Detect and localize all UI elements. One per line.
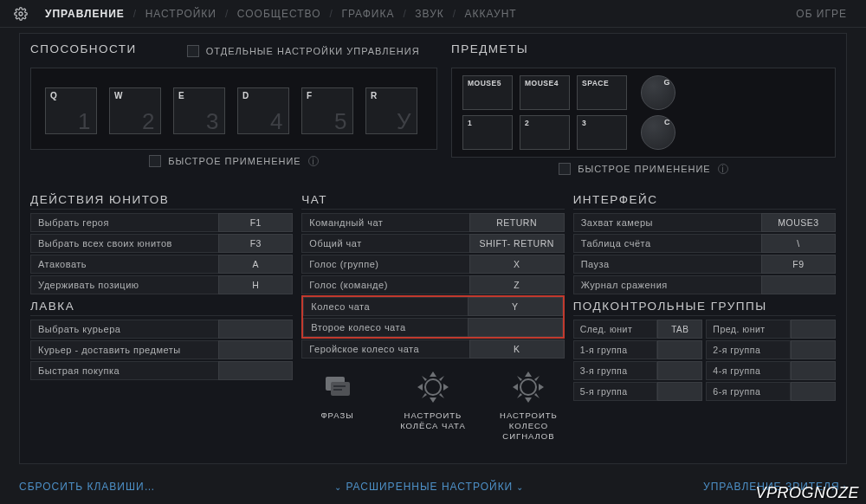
tp-scroll-slot[interactable]: G: [641, 75, 675, 110]
svg-rect-3: [333, 385, 346, 387]
neutral-item-slot[interactable]: C: [641, 115, 675, 150]
bind-hero-chat-wheel[interactable]: Геройское колесо чата: [301, 339, 469, 359]
separate-controls-checkbox[interactable]: [187, 45, 199, 57]
item-slot-3[interactable]: SPACE: [577, 75, 627, 110]
bind-select-hero[interactable]: Выбрать героя: [30, 213, 218, 232]
key-group-2[interactable]: [791, 340, 836, 359]
bind-all-chat[interactable]: Общий чат: [301, 234, 469, 253]
bottom-bar: СБРОСИТЬ КЛАВИШИ… ⌄ РАСШИРЕННЫЕ НАСТРОЙК…: [0, 469, 866, 504]
shop-title: ЛАВКА: [30, 300, 293, 313]
chat-title: ЧАТ: [301, 193, 564, 206]
key-group-4[interactable]: [791, 361, 836, 380]
separate-controls-label: ОТДЕЛЬНЫЕ НАСТРОЙКИ УПРАВЛЕНИЯ: [206, 46, 420, 56]
col-interface: ИНТЕРФЕЙС Захват камерыMOUSE3 Таблица сч…: [573, 193, 836, 442]
ability-slot-2[interactable]: W2: [109, 87, 161, 134]
tab-account[interactable]: АККАУНТ: [460, 8, 522, 20]
key-camera-grip[interactable]: MOUSE3: [761, 213, 836, 232]
item-slot-6[interactable]: 3: [577, 115, 627, 150]
bind-voice-party[interactable]: Голос (группе): [301, 255, 469, 274]
bind-chat-wheel[interactable]: Колесо чата: [303, 297, 467, 316]
bind-group-2[interactable]: 2-я группа: [706, 340, 791, 359]
bind-select-courier[interactable]: Выбрать курьера: [30, 320, 218, 339]
phrases-button[interactable]: ФРАЗЫ: [301, 367, 372, 442]
ability-slot-4[interactable]: D4: [237, 87, 289, 134]
key-hero-chat-wheel[interactable]: K: [469, 339, 565, 359]
bind-next-unit[interactable]: След. юнит: [573, 320, 658, 339]
ability-slot-5[interactable]: F5: [301, 87, 353, 134]
key-attack[interactable]: A: [218, 255, 293, 274]
key-voice-team[interactable]: Z: [469, 275, 565, 294]
key-select-all[interactable]: F3: [218, 234, 293, 253]
svg-rect-4: [333, 389, 342, 391]
item-slots: MOUSE5 MOUSE4 SPACE 1 2 3 G C: [451, 68, 836, 158]
control-groups-title: ПОДКОНТРОЛЬНЫЕ ГРУППЫ: [573, 300, 836, 313]
key-group-3[interactable]: [657, 361, 702, 380]
ability-slot-1[interactable]: Q1: [45, 87, 97, 134]
item-slot-5[interactable]: 2: [520, 115, 570, 150]
tab-controls[interactable]: УПРАВЛЕНИЕ: [40, 8, 130, 20]
col-chat: ЧАТ Командный чатRETURN Общий чатSHIFT- …: [301, 193, 564, 442]
bind-voice-team[interactable]: Голос (команде): [301, 275, 469, 294]
info-icon[interactable]: i: [308, 156, 319, 166]
key-select-hero[interactable]: F1: [218, 213, 293, 232]
col-unit-actions: ДЕЙСТВИЯ ЮНИТОВ Выбрать герояF1 Выбрать …: [30, 193, 293, 442]
bind-hold[interactable]: Удерживать позицию: [30, 275, 218, 294]
item-slot-1[interactable]: MOUSE5: [462, 75, 513, 110]
items-quickcast-checkbox[interactable]: [559, 163, 571, 175]
abilities-quickcast-checkbox[interactable]: [149, 155, 161, 167]
bind-attack[interactable]: Атаковать: [30, 255, 218, 274]
ability-slot-6[interactable]: RУ: [365, 87, 417, 134]
tab-graphics[interactable]: ГРАФИКА: [336, 8, 399, 20]
chat-wheels-button[interactable]: НАСТРОИТЬ КОЛЁСА ЧАТА: [397, 367, 469, 442]
key-quickbuy[interactable]: [218, 361, 293, 380]
bind-combat-log[interactable]: Журнал сражения: [573, 275, 761, 294]
watermark: VPROGNOZE: [755, 484, 859, 502]
ability-slot-3[interactable]: E3: [173, 87, 225, 134]
bind-group-4[interactable]: 4-я группа: [706, 361, 791, 380]
reset-keys-link[interactable]: СБРОСИТЬ КЛАВИШИ…: [19, 481, 156, 493]
bind-scoreboard[interactable]: Таблица счёта: [573, 234, 761, 253]
key-team-chat[interactable]: RETURN: [469, 213, 565, 232]
bind-group-1[interactable]: 1-я группа: [573, 340, 658, 359]
bind-select-all[interactable]: Выбрать всех своих юнитов: [30, 234, 218, 253]
key-courier-deliver[interactable]: [218, 340, 293, 359]
key-voice-party[interactable]: X: [469, 255, 565, 274]
bind-quickbuy[interactable]: Быстрая покупка: [30, 361, 218, 380]
key-select-courier[interactable]: [218, 320, 293, 339]
signal-wheel-button[interactable]: НАСТРОИТЬ КОЛЕСО СИГНАЛОВ: [493, 367, 564, 442]
key-hold[interactable]: H: [218, 275, 293, 294]
key-next-unit[interactable]: TAB: [657, 320, 702, 339]
key-prev-unit[interactable]: [791, 320, 836, 339]
bind-team-chat[interactable]: Командный чат: [301, 213, 469, 232]
key-group-5[interactable]: [657, 382, 702, 401]
bind-pause[interactable]: Пауза: [573, 255, 761, 274]
key-group-6[interactable]: [791, 382, 836, 401]
info-icon[interactable]: i: [718, 164, 728, 174]
tab-sound[interactable]: ЗВУК: [410, 8, 449, 20]
key-combat-log[interactable]: [761, 275, 836, 294]
tab-settings[interactable]: НАСТРОЙКИ: [140, 8, 222, 20]
chevron-down-icon: ⌄: [516, 482, 524, 492]
tab-about[interactable]: ОБ ИГРЕ: [791, 8, 852, 20]
bind-chat-wheel-2[interactable]: Второе колесо чата: [303, 318, 467, 337]
key-scoreboard[interactable]: \: [761, 234, 836, 253]
bind-camera-grip[interactable]: Захват камеры: [573, 213, 761, 232]
key-chat-wheel-2[interactable]: [468, 318, 563, 337]
key-pause[interactable]: F9: [761, 255, 836, 274]
item-slot-2[interactable]: MOUSE4: [520, 75, 570, 110]
tab-community[interactable]: СООБЩЕСТВО: [232, 8, 326, 20]
key-chat-wheel[interactable]: Y: [468, 297, 563, 316]
top-nav: УПРАВЛЕНИЕ / НАСТРОЙКИ / СООБЩЕСТВО / ГР…: [0, 0, 866, 28]
bind-prev-unit[interactable]: Пред. юнит: [706, 320, 791, 339]
key-all-chat[interactable]: SHIFT- RETURN: [469, 234, 565, 253]
settings-panel: СПОСОБНОСТИ ОТДЕЛЬНЫЕ НАСТРОЙКИ УПРАВЛЕН…: [19, 33, 847, 464]
item-slot-4[interactable]: 1: [462, 115, 513, 150]
advanced-settings-link[interactable]: ⌄ РАСШИРЕННЫЕ НАСТРОЙКИ ⌄: [334, 481, 524, 493]
bind-courier-deliver[interactable]: Курьер - доставить предметы: [30, 340, 218, 359]
key-group-1[interactable]: [657, 340, 702, 359]
settings-gear-icon[interactable]: [14, 7, 28, 21]
unit-actions-title: ДЕЙСТВИЯ ЮНИТОВ: [30, 193, 293, 206]
bind-group-5[interactable]: 5-я группа: [573, 382, 658, 401]
bind-group-3[interactable]: 3-я группа: [573, 361, 658, 380]
bind-group-6[interactable]: 6-я группа: [706, 382, 791, 401]
